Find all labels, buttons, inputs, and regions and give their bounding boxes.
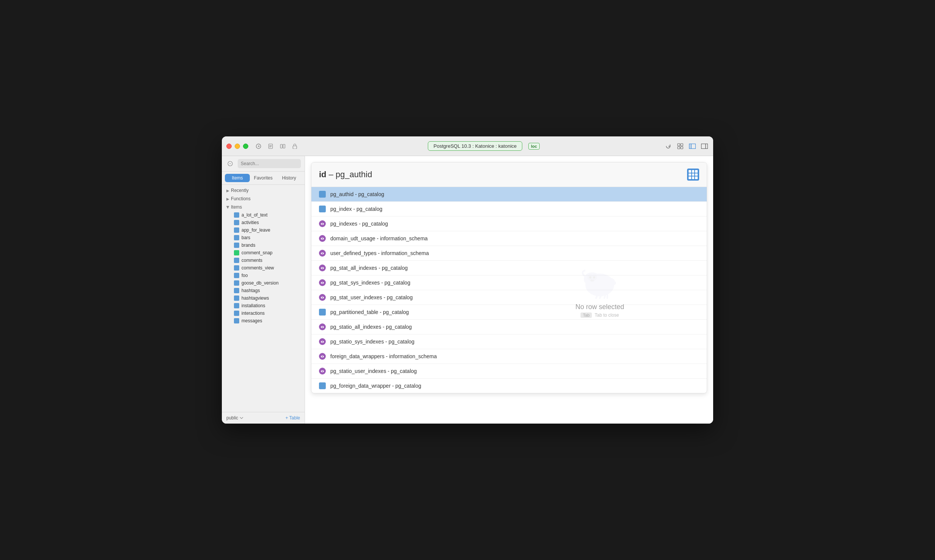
sidebar-item-app_for_leave[interactable]: app_for_leave	[226, 226, 303, 234]
item-label: comments_view	[241, 265, 274, 271]
svg-point-33	[322, 341, 323, 342]
view-icon	[319, 368, 326, 374]
grid-3x3-icon[interactable]	[687, 169, 699, 181]
item-label: brands	[241, 243, 255, 248]
svg-rect-11	[681, 147, 683, 149]
schema-badge: public	[226, 415, 243, 421]
dropdown-item-label: pg_indexes - pg_catalog	[330, 221, 388, 227]
svg-point-27	[322, 282, 323, 283]
titlebar-center: PostgreSQL 10.3 : Katonice : katonice lo…	[303, 141, 664, 151]
sidebar-item-interactions[interactable]: interactions	[226, 309, 303, 317]
dropdown-item[interactable]: pg_statio_all_indexes - pg_catalog	[311, 320, 707, 334]
table-icon	[234, 311, 239, 316]
sidebar-item-hashtagviews[interactable]: hashtagviews	[226, 294, 303, 302]
sidebar-group-items[interactable]: ▶ Items	[222, 203, 305, 211]
sidebar-group-recently[interactable]: ▶ Recently	[222, 186, 305, 195]
svg-rect-15	[701, 144, 708, 149]
sidebar-item-bars[interactable]: bars	[226, 234, 303, 241]
dropdown-title-bold: id	[319, 170, 327, 179]
dropdown-item[interactable]: pg_stat_user_indexes - pg_catalog	[311, 290, 707, 305]
view-icon	[319, 235, 326, 242]
view-icon	[319, 294, 326, 301]
maximize-button[interactable]	[243, 144, 248, 149]
sidebar-left-icon[interactable]	[688, 142, 697, 150]
view-icon	[319, 353, 326, 360]
dropdown-item[interactable]: pg_stat_all_indexes - pg_catalog	[311, 261, 707, 275]
tab-history[interactable]: History	[277, 174, 302, 182]
lock-icon[interactable]	[291, 142, 299, 150]
svg-point-29	[322, 297, 323, 298]
svg-rect-7	[293, 146, 297, 149]
titlebar-left-icons	[254, 142, 299, 150]
tab-favorites[interactable]: Favorites	[251, 174, 276, 182]
dropdown-panel: id – pg_authid pg_authid - pg_catalogpg_…	[311, 162, 707, 393]
apps-grid-icon[interactable]	[676, 142, 684, 150]
dropdown-item[interactable]: pg_statio_sys_indexes - pg_catalog	[311, 334, 707, 349]
loc-badge: loc	[528, 143, 540, 150]
items-label: Items	[231, 204, 242, 210]
sidebar-search-input[interactable]	[238, 159, 301, 168]
svg-point-35	[322, 356, 323, 357]
chevron-down-icon	[240, 417, 243, 419]
sidebar-item-comments_view[interactable]: comments_view	[226, 264, 303, 272]
view-icon	[319, 265, 326, 271]
add-table-button[interactable]: + Table	[285, 415, 300, 421]
item-label: goose_db_version	[241, 280, 279, 286]
table-icon	[319, 309, 326, 316]
dropdown-item-label: pg_stat_sys_indexes - pg_catalog	[330, 280, 410, 286]
dropdown-item[interactable]: pg_authid - pg_catalog	[311, 187, 707, 202]
connection-label: PostgreSQL 10.3 : Katonice : katonice	[428, 141, 522, 151]
dropdown-item[interactable]: pg_indexes - pg_catalog	[311, 217, 707, 231]
back-icon[interactable]	[254, 142, 263, 150]
sidebar-item-messages[interactable]: messages	[226, 317, 303, 325]
refresh-icon[interactable]	[664, 142, 672, 150]
view-icon	[319, 338, 326, 345]
arrow-icon: ▶	[226, 189, 229, 193]
doc-icon[interactable]	[266, 142, 275, 150]
dropdown-item-label: foreign_data_wrappers - information_sche…	[330, 353, 437, 359]
item-label: messages	[241, 318, 262, 323]
sidebar-group-functions[interactable]: ▶ Functions	[222, 195, 305, 203]
table-icon	[234, 273, 239, 278]
dropdown-item[interactable]: pg_partitioned_table - pg_catalog	[311, 305, 707, 320]
item-label: foo	[241, 273, 248, 278]
sidebar-item-hashtags[interactable]: hashtags	[226, 287, 303, 294]
dropdown-item[interactable]: foreign_data_wrappers - information_sche…	[311, 349, 707, 364]
sidebar-item-activities[interactable]: activities	[226, 219, 303, 226]
sidebar-item-goose_db_version[interactable]: goose_db_version	[226, 279, 303, 287]
content-area: id – pg_authid pg_authid - pg_catalogpg_…	[305, 156, 713, 424]
table-icon	[319, 382, 326, 389]
dropdown-item[interactable]: user_defined_types - information_schema	[311, 246, 707, 261]
table-icon	[234, 212, 239, 218]
dropdown-item[interactable]: pg_foreign_data_wrapper - pg_catalog	[311, 379, 707, 393]
sidebar-nav-icon[interactable]	[226, 159, 235, 168]
dropdown-item-label: pg_authid - pg_catalog	[330, 191, 384, 197]
svg-rect-8	[678, 144, 680, 146]
columns-icon[interactable]	[279, 142, 287, 150]
dropdown-item[interactable]: domain_udt_usage - information_schema	[311, 231, 707, 246]
dropdown-item-label: pg_stat_all_indexes - pg_catalog	[330, 265, 408, 271]
sidebar-item-comment_snap[interactable]: comment_snap	[226, 249, 303, 257]
dropdown-list: pg_authid - pg_catalogpg_index - pg_cata…	[311, 187, 707, 393]
table-icon	[234, 258, 239, 263]
minimize-button[interactable]	[235, 144, 240, 149]
sidebar-item-foo[interactable]: foo	[226, 272, 303, 279]
dropdown-item[interactable]: pg_statio_user_indexes - pg_catalog	[311, 364, 707, 379]
dropdown-item[interactable]: pg_index - pg_catalog	[311, 202, 707, 217]
main-layout: Items Favorites History ▶ Recently ▶ Fun…	[222, 156, 713, 424]
close-button[interactable]	[226, 144, 232, 149]
sidebar-item-comments[interactable]: comments	[226, 257, 303, 264]
sidebar-item-a_lot_of_text[interactable]: a_lot_of_text	[226, 211, 303, 219]
tab-items[interactable]: Items	[225, 174, 250, 182]
titlebar-right-icons	[664, 142, 709, 150]
sidebar-item-brands[interactable]: brands	[226, 241, 303, 249]
table-icon	[234, 265, 239, 271]
sidebar-right-icon[interactable]	[700, 142, 709, 150]
svg-point-37	[322, 371, 323, 372]
svg-point-23	[322, 253, 323, 254]
dropdown-item[interactable]: pg_stat_sys_indexes - pg_catalog	[311, 275, 707, 290]
item-label: comment_snap	[241, 250, 272, 255]
table-icon	[234, 295, 239, 301]
sidebar-item-installations[interactable]: installations	[226, 302, 303, 309]
dropdown-item-label: pg_statio_user_indexes - pg_catalog	[330, 368, 417, 374]
